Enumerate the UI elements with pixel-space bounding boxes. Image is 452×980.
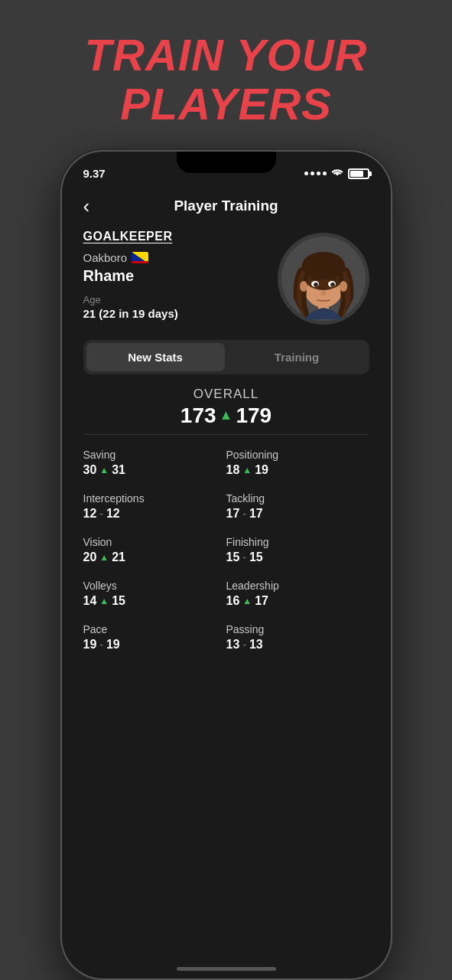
stat-values: 18▲19 bbox=[226, 463, 369, 477]
stat-up-arrow: ▲ bbox=[99, 465, 109, 475]
home-indicator bbox=[177, 967, 276, 971]
stat-values: 19 - 19 bbox=[83, 638, 226, 652]
stat-item: Saving30▲31 bbox=[83, 441, 226, 485]
stat-item: Leadership16▲17 bbox=[226, 572, 369, 616]
stat-separator: - bbox=[99, 508, 103, 520]
back-button[interactable]: ‹ bbox=[83, 196, 90, 216]
stat-name: Pace bbox=[83, 623, 226, 635]
stat-old-value: 14 bbox=[83, 594, 97, 608]
svg-point-15 bbox=[320, 291, 327, 296]
svg-point-8 bbox=[340, 281, 347, 292]
player-section: GOALKEEPER Oakboro Rhame Age 21 (22 in 1… bbox=[83, 230, 369, 325]
nav-header: ‹ Player Training bbox=[83, 185, 369, 224]
status-icons bbox=[304, 168, 369, 180]
signal-dots bbox=[304, 172, 327, 175]
club-name: Oakboro bbox=[83, 251, 128, 264]
player-club: Oakboro bbox=[83, 251, 278, 264]
stat-old-value: 19 bbox=[83, 638, 97, 652]
screen-title: Player Training bbox=[174, 198, 278, 214]
stat-new-value: 15 bbox=[249, 550, 263, 564]
stat-item: Passing13 - 13 bbox=[226, 616, 369, 659]
phone-shell: 9.37 ‹ Player Training bbox=[62, 152, 391, 978]
overall-section: OVERALL 173 ▲ 179 bbox=[83, 387, 369, 428]
stat-new-value: 21 bbox=[112, 550, 125, 564]
stat-name: Positioning bbox=[226, 449, 369, 461]
age-label: Age bbox=[83, 294, 278, 305]
overall-up-arrow: ▲ bbox=[219, 407, 233, 423]
stat-item: Positioning18▲19 bbox=[226, 441, 369, 485]
stat-values: 30▲31 bbox=[83, 463, 226, 477]
stat-name: Volleys bbox=[83, 580, 226, 592]
overall-values: 173 ▲ 179 bbox=[83, 403, 369, 428]
overall-divider bbox=[83, 434, 369, 435]
stat-name: Vision bbox=[83, 536, 226, 548]
svg-point-7 bbox=[300, 281, 307, 292]
phone-notch bbox=[177, 152, 276, 173]
stat-name: Interceptions bbox=[83, 492, 226, 505]
stat-old-value: 20 bbox=[83, 550, 97, 564]
stat-item: Pace19 - 19 bbox=[83, 616, 226, 659]
player-info: GOALKEEPER Oakboro Rhame Age 21 (22 in 1… bbox=[83, 230, 278, 320]
stat-old-value: 16 bbox=[226, 594, 240, 608]
stat-separator: - bbox=[99, 639, 103, 651]
stat-values: 14▲15 bbox=[83, 594, 226, 608]
stat-separator: - bbox=[242, 508, 246, 520]
stat-new-value: 15 bbox=[112, 594, 125, 608]
stat-new-value: 19 bbox=[106, 638, 120, 652]
tab-bar: New Stats Training bbox=[83, 340, 369, 374]
stat-name: Saving bbox=[83, 449, 226, 461]
svg-point-13 bbox=[315, 283, 317, 285]
stat-name: Leadership bbox=[226, 580, 369, 592]
player-age: 21 (22 in 19 days) bbox=[83, 307, 278, 320]
stat-values: 16▲17 bbox=[226, 594, 369, 608]
stat-old-value: 18 bbox=[226, 463, 240, 477]
stat-new-value: 31 bbox=[112, 463, 125, 477]
stat-up-arrow: ▲ bbox=[99, 552, 109, 563]
stat-old-value: 17 bbox=[226, 507, 240, 521]
stat-old-value: 30 bbox=[83, 463, 97, 477]
player-name: Rhame bbox=[83, 267, 278, 285]
stat-item: Interceptions12 - 12 bbox=[83, 485, 226, 528]
status-time: 9.37 bbox=[83, 167, 106, 180]
page-header: TRAIN YOURPLAYERS bbox=[85, 31, 368, 129]
tab-new-stats[interactable]: New Stats bbox=[86, 343, 225, 371]
stat-item: Volleys14▲15 bbox=[83, 572, 226, 616]
stat-up-arrow: ▲ bbox=[242, 465, 252, 475]
stat-up-arrow: ▲ bbox=[242, 596, 252, 606]
stat-values: 20▲21 bbox=[83, 550, 226, 564]
stat-old-value: 15 bbox=[226, 550, 240, 564]
stat-name: Tackling bbox=[226, 492, 369, 505]
stat-separator: - bbox=[242, 551, 246, 564]
stat-values: 13 - 13 bbox=[226, 638, 369, 652]
stat-old-value: 12 bbox=[83, 507, 97, 521]
overall-label: OVERALL bbox=[83, 387, 369, 402]
stat-old-value: 13 bbox=[226, 638, 240, 652]
svg-point-6 bbox=[302, 252, 345, 279]
phone-content: ‹ Player Training GOALKEEPER Oakboro bbox=[62, 185, 391, 978]
stat-values: 17 - 17 bbox=[226, 507, 369, 521]
battery-icon bbox=[348, 168, 369, 179]
stat-name: Passing bbox=[226, 623, 369, 635]
page-title: TRAIN YOURPLAYERS bbox=[85, 31, 368, 129]
stat-item: Vision20▲21 bbox=[83, 528, 226, 572]
stat-item: Finishing15 - 15 bbox=[226, 528, 369, 572]
stats-grid: Saving30▲31Positioning18▲19Interceptions… bbox=[83, 441, 369, 659]
stat-new-value: 17 bbox=[249, 507, 263, 521]
stat-new-value: 17 bbox=[255, 594, 268, 608]
overall-old-value: 173 bbox=[180, 403, 216, 428]
wifi-icon bbox=[331, 168, 343, 180]
stat-item: Tackling17 - 17 bbox=[226, 485, 369, 528]
stat-new-value: 13 bbox=[249, 638, 263, 652]
stat-name: Finishing bbox=[226, 536, 369, 548]
stat-separator: - bbox=[242, 639, 246, 651]
tab-training[interactable]: Training bbox=[228, 343, 366, 371]
svg-rect-2 bbox=[132, 261, 148, 263]
stat-new-value: 19 bbox=[255, 463, 268, 477]
stat-new-value: 12 bbox=[106, 507, 120, 521]
player-position: GOALKEEPER bbox=[83, 230, 278, 243]
player-avatar bbox=[278, 233, 369, 325]
country-flag bbox=[132, 252, 148, 263]
stat-values: 15 - 15 bbox=[226, 550, 369, 564]
overall-new-value: 179 bbox=[236, 403, 272, 428]
svg-point-14 bbox=[332, 283, 333, 285]
